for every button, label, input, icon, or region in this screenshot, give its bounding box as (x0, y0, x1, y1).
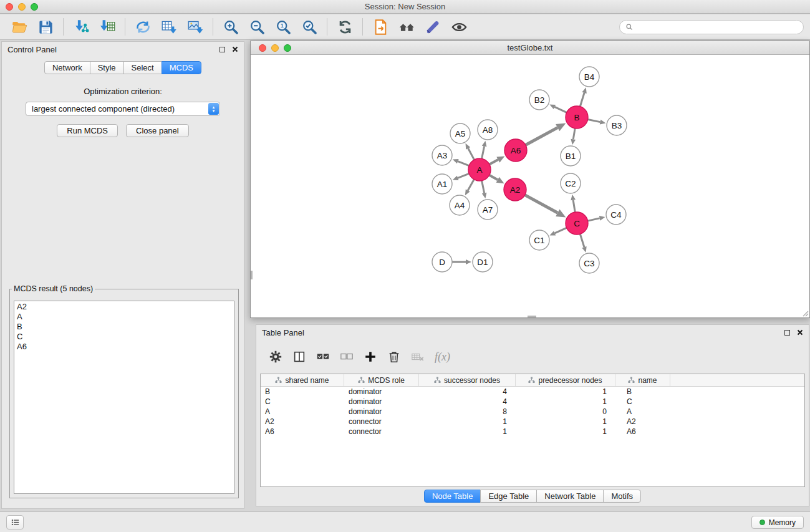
edge-A-A6[interactable] (489, 160, 498, 164)
tab-network[interactable]: Network (44, 61, 90, 74)
table-cell[interactable]: 1 (516, 417, 615, 426)
edge-C-C2[interactable] (573, 200, 575, 213)
table-cell[interactable]: 1 (419, 417, 516, 426)
node-B3[interactable]: B3 (607, 115, 627, 135)
node-A[interactable]: A (468, 158, 491, 181)
table-cell[interactable]: 4 (419, 387, 516, 396)
search-box[interactable] (619, 20, 804, 34)
canvas-scroll-handle-vertical[interactable] (251, 271, 253, 279)
result-item[interactable]: A6 (17, 342, 231, 352)
table-cell[interactable]: A6 (261, 427, 344, 436)
save-session-button[interactable] (32, 16, 59, 37)
run-mcds-button[interactable]: Run MCDS (57, 124, 118, 137)
edge-A-A3[interactable] (458, 162, 469, 166)
column-header-name[interactable]: name (615, 374, 670, 386)
edge-C-C4[interactable] (588, 218, 600, 221)
table-cell[interactable]: dominator (344, 387, 419, 396)
float-table-panel-button[interactable] (784, 330, 790, 336)
column-header-predecessor-nodes[interactable]: predecessor nodes (516, 374, 615, 386)
import-network-button[interactable] (68, 16, 94, 37)
add-row-button[interactable] (364, 350, 377, 364)
table-cell[interactable]: C (261, 397, 344, 406)
node-A5[interactable]: A5 (450, 123, 470, 143)
node-B[interactable]: B (566, 106, 588, 128)
table-cell[interactable]: C (615, 397, 670, 406)
node-C1[interactable]: C1 (529, 230, 549, 250)
export-image-button[interactable] (182, 16, 208, 37)
table-cell[interactable]: 8 (419, 407, 516, 416)
table-cell[interactable]: connector (344, 427, 419, 436)
import-table-button[interactable] (94, 16, 120, 37)
zoom-fit-selected-button[interactable] (296, 16, 322, 37)
clear-cells-button[interactable] (411, 350, 425, 364)
table-row[interactable]: Bdominator41B (261, 387, 804, 397)
node-D1[interactable]: D1 (473, 252, 493, 272)
select-all-rows-button[interactable] (316, 350, 330, 364)
function-builder-button[interactable]: f(x) (435, 351, 450, 364)
minimize-network-window-button[interactable] (271, 44, 279, 52)
mcds-result-list[interactable]: A2ABCA6 (14, 301, 234, 494)
minimize-window-button[interactable] (18, 3, 26, 11)
task-history-button[interactable] (6, 515, 24, 530)
edge-C-C3[interactable] (580, 234, 584, 247)
table-cell[interactable]: 1 (516, 387, 615, 396)
table-cell[interactable]: 1 (419, 427, 516, 436)
refresh-layout-button[interactable] (332, 16, 358, 37)
node-A8[interactable]: A8 (478, 120, 498, 140)
search-input[interactable] (637, 22, 798, 32)
result-item[interactable]: A (17, 312, 231, 322)
tab-select[interactable]: Select (123, 61, 162, 74)
table-cell[interactable]: 0 (516, 407, 615, 416)
node-A1[interactable]: A1 (432, 174, 452, 194)
edge-A2-C[interactable] (525, 195, 557, 213)
close-network-window-button[interactable] (259, 44, 266, 52)
node-C[interactable]: C (566, 212, 588, 235)
close-control-panel-button[interactable] (232, 46, 238, 52)
criterion-dropdown[interactable]: largest connected component (directed) ▲… (26, 102, 220, 116)
table-cell[interactable]: A2 (261, 417, 344, 426)
memory-button[interactable]: Memory (751, 516, 804, 529)
edge-B-B4[interactable] (580, 93, 584, 107)
tab-style[interactable]: Style (90, 61, 124, 74)
show-hide-details-button[interactable] (446, 16, 472, 37)
column-visibility-button[interactable] (292, 350, 306, 364)
node-A4[interactable]: A4 (450, 195, 470, 215)
edge-A-A8[interactable] (482, 146, 485, 158)
edge-A-A5[interactable] (468, 148, 475, 160)
node-B4[interactable]: B4 (579, 67, 599, 87)
home-networks-button[interactable] (393, 16, 420, 37)
node-A2[interactable]: A2 (504, 178, 526, 201)
result-item[interactable]: C (17, 332, 231, 342)
network-canvas[interactable]: B4B2BB3A8A5A6A3B1AC2A1A2A4A7C4CC1C3DD1 (251, 56, 809, 317)
table-row[interactable]: Adominator80A (261, 407, 804, 417)
open-session-button[interactable] (6, 16, 32, 37)
table-cell[interactable]: 1 (516, 397, 615, 406)
table-cell[interactable]: connector (344, 417, 419, 426)
table-cell[interactable]: A2 (615, 417, 670, 426)
float-control-panel-button[interactable] (219, 47, 225, 52)
table-cell[interactable]: 4 (419, 397, 516, 406)
table-cell[interactable]: dominator (344, 397, 419, 406)
zoom-network-window-button[interactable] (284, 44, 291, 52)
edge-A-A1[interactable] (458, 173, 469, 178)
close-panel-button[interactable]: Close panel (126, 124, 189, 137)
result-item[interactable]: B (17, 322, 231, 332)
node-C4[interactable]: C4 (606, 205, 626, 225)
tab-mcds[interactable]: MCDS (162, 61, 201, 74)
node-C3[interactable]: C3 (579, 253, 599, 273)
edge-B-B2[interactable] (554, 107, 566, 112)
zoom-out-button[interactable] (244, 16, 270, 37)
zoom-in-button[interactable] (218, 16, 244, 37)
node-A6[interactable]: A6 (504, 139, 527, 162)
export-document-button[interactable] (367, 16, 393, 37)
edge-C-C1[interactable] (555, 228, 567, 233)
edge-A-A2[interactable] (489, 175, 498, 180)
clone-network-button[interactable] (130, 16, 156, 37)
export-table-button[interactable] (156, 16, 182, 37)
node-A3[interactable]: A3 (432, 145, 452, 165)
node-A7[interactable]: A7 (478, 200, 498, 220)
node-B2[interactable]: B2 (529, 90, 549, 110)
edge-B-B1[interactable] (573, 128, 575, 140)
deselect-all-rows-button[interactable] (340, 350, 354, 364)
close-window-button[interactable] (6, 3, 13, 11)
